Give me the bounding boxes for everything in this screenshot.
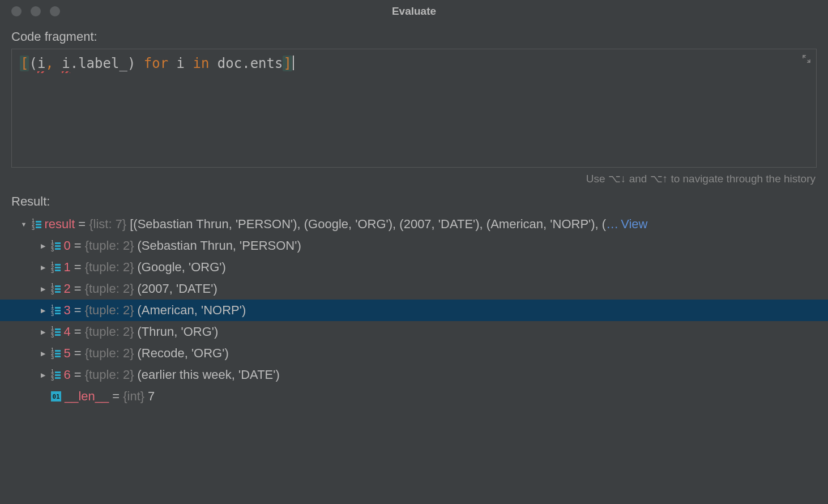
- equals: =: [74, 304, 82, 317]
- expand-icon[interactable]: [803, 55, 810, 65]
- var-value: (2007, 'DATE'): [138, 283, 217, 295]
- chevron-right-icon[interactable]: [37, 351, 49, 357]
- list-icon: 123: [51, 326, 61, 338]
- zoom-dot[interactable]: [50, 6, 60, 16]
- code-token: in: [193, 55, 210, 71]
- minimize-dot[interactable]: [31, 6, 41, 16]
- code-token: i: [177, 55, 185, 71]
- var-name: 0: [64, 240, 71, 252]
- tree-item-row[interactable]: 1230={tuple: 2}(Sebastian Thrun, 'PERSON…: [0, 235, 828, 257]
- list-icon: 123: [51, 283, 61, 295]
- code-token: ,: [45, 55, 53, 71]
- tree-item-row[interactable]: 1233={tuple: 2}(American, 'NORP'): [0, 300, 828, 321]
- tree-root-row[interactable]: 123 result = {list: 7} [(Sebastian Thrun…: [0, 213, 828, 235]
- code-token: .: [70, 55, 78, 71]
- tree-item-row[interactable]: 1235={tuple: 2}(Recode, 'ORG'): [0, 343, 828, 364]
- var-type: {tuple: 2}: [85, 369, 134, 381]
- var-value: (American, 'NORP'): [138, 304, 246, 317]
- code-token: .: [242, 55, 250, 71]
- title-bar: Evaluate: [0, 0, 828, 23]
- var-value: (Recode, 'ORG'): [138, 347, 229, 360]
- var-name: 2: [64, 283, 71, 295]
- chevron-right-icon[interactable]: [37, 264, 49, 271]
- var-value: (Thrun, 'ORG'): [138, 326, 219, 338]
- var-type: {tuple: 2}: [85, 326, 134, 338]
- close-dot[interactable]: [11, 6, 22, 16]
- var-name: 3: [64, 304, 71, 317]
- var-value: (Google, 'ORG'): [138, 261, 226, 274]
- code-token: ]: [283, 55, 292, 71]
- code-token: ents: [250, 55, 283, 71]
- chevron-right-icon[interactable]: [37, 286, 49, 292]
- chevron-right-icon[interactable]: [37, 372, 49, 378]
- code-token: ): [127, 55, 135, 71]
- code-fragment-input[interactable]: [(i, i.label_) for i in doc.ents]: [11, 49, 817, 168]
- code-token: label_: [78, 55, 127, 71]
- list-icon: 123: [51, 262, 61, 274]
- equals: =: [78, 218, 86, 230]
- list-icon: 123: [51, 305, 61, 317]
- window-title: Evaluate: [392, 5, 436, 18]
- var-type: {tuple: 2}: [85, 283, 134, 295]
- equals: =: [74, 261, 82, 274]
- equals: =: [112, 390, 119, 403]
- tree-len-row[interactable]: __len__ = {int} 7: [0, 386, 828, 407]
- var-type: {int}: [123, 390, 144, 403]
- code-token: [: [20, 55, 29, 71]
- history-hint: Use ⌥↓ and ⌥↑ to navigate through the hi…: [0, 168, 828, 187]
- code-token: (: [29, 55, 37, 71]
- var-type: {tuple: 2}: [85, 304, 134, 317]
- var-name: result: [45, 218, 75, 230]
- equals: =: [74, 283, 82, 295]
- int-icon: [51, 391, 61, 402]
- view-link[interactable]: View: [621, 218, 647, 230]
- var-value: [(Sebastian Thrun, 'PERSON'), (Google, '…: [130, 218, 606, 230]
- window-controls: [11, 6, 60, 16]
- var-name: 1: [64, 261, 71, 274]
- code-token: i: [37, 55, 45, 71]
- var-value: 7: [148, 390, 155, 403]
- result-label: Result:: [0, 187, 828, 213]
- var-type: {tuple: 2}: [85, 347, 134, 360]
- list-icon: 123: [51, 348, 61, 360]
- var-value: (earlier this week, 'DATE'): [138, 369, 280, 381]
- chevron-right-icon[interactable]: [37, 243, 49, 249]
- code-token: doc: [217, 55, 242, 71]
- chevron-right-icon[interactable]: [37, 307, 49, 314]
- text-cursor: [293, 55, 294, 70]
- equals: =: [74, 347, 82, 360]
- equals: =: [74, 326, 82, 338]
- chevron-down-icon[interactable]: [18, 221, 29, 228]
- var-value: (Sebastian Thrun, 'PERSON'): [138, 240, 301, 252]
- ellipsis: …: [606, 218, 618, 230]
- list-icon: 123: [32, 219, 41, 230]
- var-type: {tuple: 2}: [85, 240, 134, 252]
- var-type: {tuple: 2}: [85, 261, 134, 274]
- equals: =: [74, 240, 82, 252]
- var-type: {list: 7}: [89, 218, 126, 230]
- equals: =: [74, 369, 82, 381]
- chevron-right-icon[interactable]: [37, 329, 49, 335]
- result-tree: 123 result = {list: 7} [(Sebastian Thrun…: [0, 213, 828, 407]
- var-name: 5: [64, 347, 71, 360]
- var-name: 4: [64, 326, 71, 338]
- code-token: for: [144, 55, 168, 71]
- tree-item-row[interactable]: 1231={tuple: 2}(Google, 'ORG'): [0, 257, 828, 278]
- var-name: 6: [64, 369, 71, 381]
- code-fragment-label: Code fragment:: [0, 23, 828, 49]
- var-name: __len__: [65, 390, 109, 403]
- tree-item-row[interactable]: 1232={tuple: 2}(2007, 'DATE'): [0, 278, 828, 300]
- list-icon: 123: [51, 369, 61, 381]
- tree-item-row[interactable]: 1236={tuple: 2}(earlier this week, 'DATE…: [0, 364, 828, 386]
- tree-item-row[interactable]: 1234={tuple: 2}(Thrun, 'ORG'): [0, 321, 828, 343]
- code-token: i: [62, 55, 70, 71]
- list-icon: 123: [51, 240, 61, 252]
